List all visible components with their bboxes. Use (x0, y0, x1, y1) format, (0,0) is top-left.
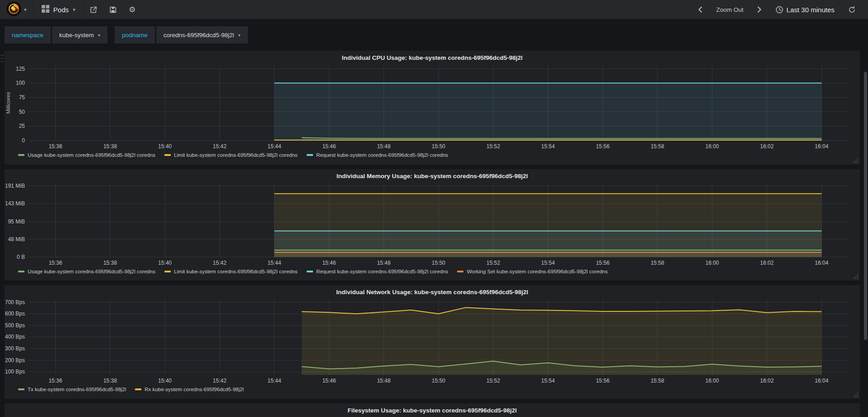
svg-text:300 Bps: 300 Bps (5, 345, 25, 352)
svg-text:15:54: 15:54 (541, 378, 555, 384)
legend-item[interactable]: Limit kube-system coredns-695f96dcd5-98j… (164, 269, 298, 274)
dashboard-settings-button[interactable]: ⚙ (123, 0, 141, 19)
svg-text:15:36: 15:36 (48, 378, 62, 384)
share-dashboard-button[interactable] (84, 0, 103, 19)
svg-text:15:54: 15:54 (541, 143, 555, 150)
refresh-icon (848, 6, 856, 14)
variable-podname-label: podname (115, 26, 154, 44)
svg-text:15:52: 15:52 (487, 378, 500, 384)
svg-text:15:44: 15:44 (268, 260, 281, 266)
svg-text:600 Bps: 600 Bps (5, 310, 25, 317)
series-color-swatch (164, 154, 171, 156)
svg-text:16:00: 16:00 (705, 143, 719, 150)
svg-text:16:00: 16:00 (705, 260, 719, 266)
svg-text:16:04: 16:04 (815, 260, 829, 266)
row-drag-handle[interactable] (0, 53, 4, 65)
memory-usage-chart[interactable]: 15:3615:3815:4015:4215:4415:4615:4815:50… (5, 180, 860, 267)
network-chart-legend: Tx kube-system coredns-695f96dcd5-98j2lR… (18, 385, 860, 394)
svg-text:15:36: 15:36 (48, 143, 62, 150)
svg-text:100: 100 (16, 80, 25, 86)
svg-text:25: 25 (19, 123, 25, 129)
legend-item[interactable]: Limit kube-system coredns-695f96dcd5-98j… (164, 152, 298, 158)
legend-item[interactable]: Request kube-system coredns-695f96dcd5-9… (307, 269, 448, 274)
panel-filesystem-usage: Filesystem Usage: kube-system coredns-69… (5, 403, 860, 417)
svg-text:15:48: 15:48 (377, 143, 391, 150)
variable-namespace-label: namespace (5, 26, 51, 44)
series-color-swatch (307, 271, 313, 272)
variable-podname-dropdown[interactable]: coredns-695f96dcd5-98j2l ▾ (156, 26, 248, 44)
panel-resize-handle[interactable] (857, 396, 858, 397)
svg-text:15:48: 15:48 (377, 378, 391, 384)
chevron-down-icon: ▾ (238, 33, 241, 38)
svg-text:15:46: 15:46 (322, 143, 336, 150)
series-color-swatch (307, 154, 313, 156)
series-label: Working Set kube-system coredns-695f96dc… (467, 269, 608, 274)
panel-cpu-usage: Individual CPU Usage: kube-system coredn… (5, 51, 860, 165)
network-usage-chart[interactable]: 15:3615:3815:4015:4215:4415:4615:4815:50… (5, 296, 860, 385)
svg-text:75: 75 (19, 94, 25, 101)
series-label: Request kube-system coredns-695f96dcd5-9… (316, 269, 448, 274)
legend-item[interactable]: Usage kube-system coredns-695f96dcd5-98j… (18, 152, 155, 158)
svg-text:15:50: 15:50 (432, 378, 445, 384)
series-color-swatch (18, 271, 24, 272)
cpu-usage-chart[interactable]: 15:3615:3815:4015:4215:4415:4615:4815:50… (5, 62, 860, 150)
cpu-chart-legend: Usage kube-system coredns-695f96dcd5-98j… (18, 150, 860, 160)
zoom-out-button[interactable]: Zoom Out (710, 0, 749, 19)
variable-podname-value: coredns-695f96dcd5-98j2l (164, 32, 234, 39)
svg-text:15:48: 15:48 (377, 260, 391, 266)
svg-text:15:56: 15:56 (596, 260, 609, 266)
panel-title[interactable]: Individual CPU Usage: kube-system coredn… (5, 51, 860, 62)
time-shift-back-button[interactable] (692, 0, 709, 19)
legend-item[interactable]: Usage kube-system coredns-695f96dcd5-98j… (18, 269, 155, 274)
panel-title[interactable]: Individual Network Usage: kube-system co… (5, 285, 860, 296)
svg-text:15:44: 15:44 (268, 378, 281, 384)
svg-text:143 MiB: 143 MiB (5, 200, 25, 207)
svg-text:Millicores: Millicores (5, 92, 11, 114)
legend-item[interactable]: Request kube-system coredns-695f96dcd5-9… (307, 152, 448, 158)
svg-text:16:04: 16:04 (815, 378, 829, 384)
grafana-logo-icon (6, 1, 21, 18)
svg-text:15:40: 15:40 (158, 260, 172, 266)
dashboard-picker[interactable]: Pods ▾ (34, 0, 84, 19)
variable-namespace-value: kube-system (59, 32, 94, 39)
series-label: Tx kube-system coredns-695f96dcd5-98j2l (28, 387, 126, 392)
refresh-button[interactable] (842, 0, 862, 19)
svg-text:15:42: 15:42 (213, 260, 227, 266)
panel-title[interactable]: Individual Memory Usage: kube-system cor… (5, 169, 860, 180)
svg-text:15:38: 15:38 (103, 143, 117, 150)
series-label: Usage kube-system coredns-695f96dcd5-98j… (28, 269, 155, 274)
chevron-down-icon: ▾ (98, 33, 100, 38)
scrollbar[interactable] (864, 72, 867, 340)
save-dashboard-button[interactable] (103, 0, 123, 19)
svg-text:15:52: 15:52 (487, 260, 500, 266)
time-range-picker[interactable]: Last 30 minutes (770, 0, 840, 19)
svg-text:48 MiB: 48 MiB (8, 236, 25, 242)
series-label: Usage kube-system coredns-695f96dcd5-98j… (28, 152, 155, 158)
chevron-left-icon (698, 6, 703, 13)
time-shift-forward-button[interactable] (751, 0, 768, 19)
series-label: Limit kube-system coredns-695f96dcd5-98j… (174, 269, 298, 274)
variable-podname: podname coredns-695f96dcd5-98j2l ▾ (115, 26, 247, 44)
svg-text:16:02: 16:02 (760, 260, 774, 266)
svg-text:50: 50 (19, 109, 25, 115)
grafana-menu-button[interactable]: ▾ (0, 0, 33, 19)
dashboard-title: Pods (53, 6, 69, 14)
series-color-swatch (135, 388, 141, 390)
series-label: Rx kube-system coredns-695f96dcd5-98j2l (145, 387, 244, 392)
svg-text:500 Bps: 500 Bps (5, 322, 25, 329)
panel-resize-handle[interactable] (857, 278, 858, 279)
clock-icon (776, 6, 783, 14)
legend-item[interactable]: Rx kube-system coredns-695f96dcd5-98j2l (135, 387, 244, 392)
chevron-down-icon: ▾ (73, 7, 76, 13)
svg-text:15:46: 15:46 (322, 260, 336, 266)
panel-title[interactable]: Filesystem Usage: kube-system coredns-69… (5, 403, 860, 414)
variable-namespace-dropdown[interactable]: kube-system ▾ (52, 26, 108, 44)
template-variables-bar: namespace kube-system ▾ podname coredns-… (0, 19, 868, 51)
legend-item[interactable]: Tx kube-system coredns-695f96dcd5-98j2l (18, 387, 126, 392)
series-color-swatch (18, 154, 24, 156)
legend-item[interactable]: Working Set kube-system coredns-695f96dc… (457, 269, 608, 274)
series-color-swatch (164, 271, 171, 272)
panel-resize-handle[interactable] (857, 162, 858, 163)
chevron-down-icon: ▾ (24, 7, 27, 13)
series-label: Limit kube-system coredns-695f96dcd5-98j… (174, 152, 298, 158)
